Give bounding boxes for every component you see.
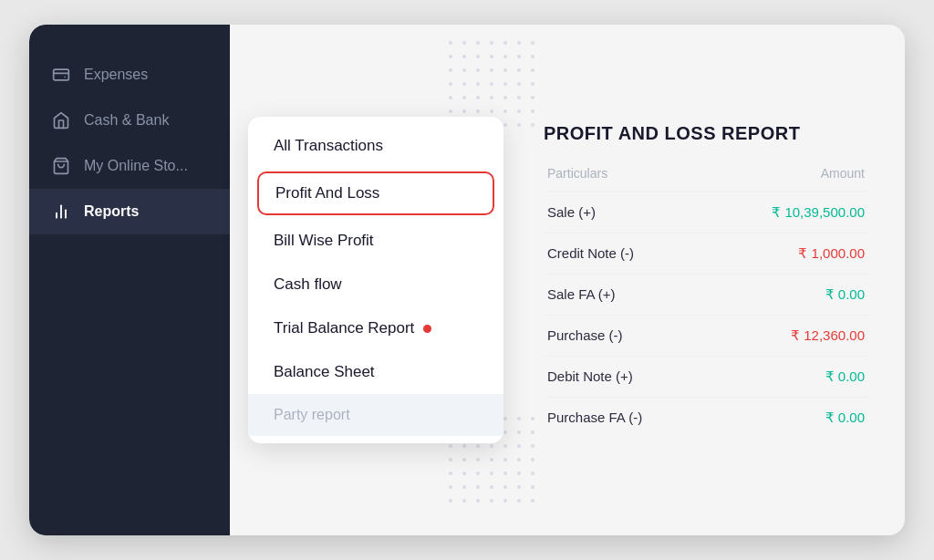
sidebar-item-online-store[interactable]: My Online Sto... — [29, 143, 230, 189]
sidebar-item-label: Reports — [84, 203, 139, 220]
store-icon — [51, 156, 71, 176]
particular-cell: Credit Note (-) — [544, 233, 708, 274]
sidebar-item-cash-bank[interactable]: Cash & Bank — [29, 98, 230, 143]
sidebar: Expenses Cash & Bank My Online Sto... — [29, 25, 230, 535]
particular-cell: Sale (+) — [544, 192, 708, 233]
report-area: PROFIT AND LOSS REPORT Particulars Amoun… — [525, 114, 877, 447]
content-area: All Transactions Profit And Loss Bill Wi… — [230, 25, 905, 535]
sidebar-item-reports[interactable]: Reports — [29, 189, 230, 234]
table-row: Purchase (-)₹ 12,360.00 — [544, 315, 868, 356]
dropdown-menu: All Transactions Profit And Loss Bill Wi… — [248, 117, 503, 443]
amount-cell: ₹ 1,000.00 — [708, 233, 868, 274]
sidebar-item-label: Expenses — [84, 67, 148, 83]
dropdown-item-balance-sheet[interactable]: Balance Sheet — [248, 350, 503, 394]
particular-cell: Sale FA (+) — [544, 274, 708, 315]
table-row: Sale FA (+)₹ 0.00 — [544, 274, 868, 315]
dropdown-item-all-transactions[interactable]: All Transactions — [248, 124, 503, 168]
amount-cell: ₹ 0.00 — [708, 356, 868, 397]
amount-cell: ₹ 0.00 — [708, 397, 868, 438]
table-row: Sale (+)₹ 10,39,500.00 — [544, 192, 868, 233]
amount-cell: ₹ 10,39,500.00 — [708, 192, 868, 233]
dropdown-item-trial-balance[interactable]: Trial Balance Report — [248, 306, 503, 350]
dropdown-item-profit-and-loss[interactable]: Profit And Loss — [257, 171, 494, 215]
report-table: Particulars Amount Sale (+)₹ 10,39,500.0… — [544, 161, 868, 438]
particular-cell: Purchase (-) — [544, 315, 708, 356]
dropdown-item-party-report[interactable]: Party report — [248, 394, 503, 436]
col-amount: Amount — [708, 161, 868, 192]
wallet-icon — [51, 65, 71, 85]
bar-chart-icon — [51, 202, 71, 222]
table-row: Credit Note (-)₹ 1,000.00 — [544, 233, 868, 274]
bank-icon — [51, 110, 71, 130]
col-particulars: Particulars — [544, 161, 708, 192]
main-container: Expenses Cash & Bank My Online Sto... — [29, 25, 905, 535]
svg-rect-0 — [54, 69, 69, 80]
sidebar-item-label: My Online Sto... — [84, 158, 188, 174]
table-row: Purchase FA (-)₹ 0.00 — [544, 397, 868, 438]
trial-balance-badge — [423, 325, 431, 333]
particular-cell: Purchase FA (-) — [544, 397, 708, 438]
sidebar-item-expenses[interactable]: Expenses — [29, 52, 230, 98]
amount-cell: ₹ 0.00 — [708, 274, 868, 315]
table-row: Debit Note (+)₹ 0.00 — [544, 356, 868, 397]
particular-cell: Debit Note (+) — [544, 356, 708, 397]
dropdown-item-bill-wise-profit[interactable]: Bill Wise Profit — [248, 219, 503, 263]
dropdown-item-cash-flow[interactable]: Cash flow — [248, 263, 503, 306]
svg-point-1 — [64, 77, 66, 78]
report-title: PROFIT AND LOSS REPORT — [544, 123, 868, 144]
amount-cell: ₹ 12,360.00 — [708, 315, 868, 356]
sidebar-item-label: Cash & Bank — [84, 112, 169, 129]
